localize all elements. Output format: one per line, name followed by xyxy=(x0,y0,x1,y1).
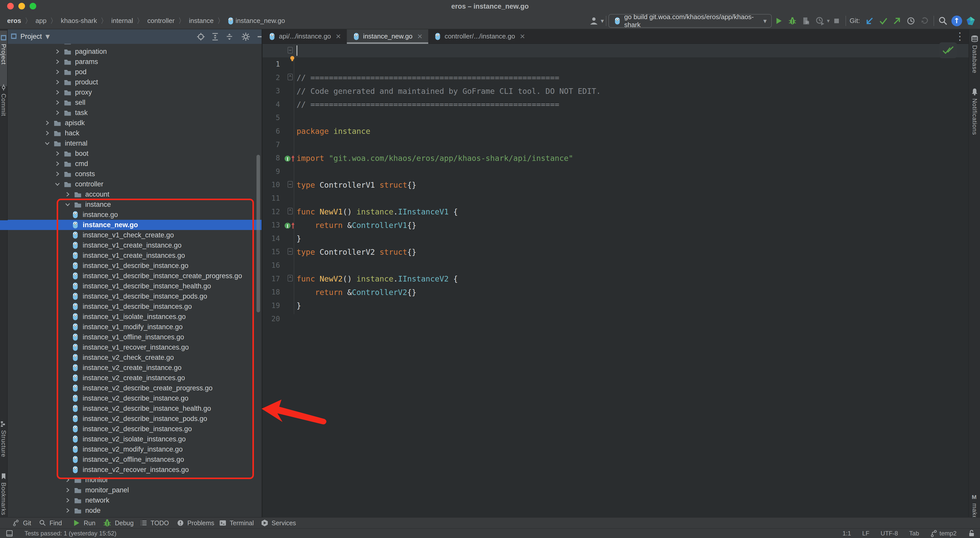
tree-row[interactable]: monitor_panel xyxy=(8,485,262,495)
toolbar-button-problems[interactable]: Problems xyxy=(177,517,215,528)
chevron-icon[interactable] xyxy=(63,476,72,484)
gear-button[interactable] xyxy=(240,31,251,42)
run-with-coverage-button[interactable] xyxy=(799,14,813,28)
toolbar-button-services[interactable]: Services xyxy=(261,517,296,528)
tree-row[interactable]: account xyxy=(8,189,262,199)
expand-all-button[interactable] xyxy=(210,31,221,42)
tree-row[interactable]: monitor xyxy=(8,475,262,485)
intention-bulb-icon[interactable] xyxy=(289,55,296,63)
chevron-icon[interactable] xyxy=(43,139,52,148)
chevron-icon[interactable] xyxy=(43,119,52,127)
tree-row[interactable]: instance_v1_create_instances.go xyxy=(8,251,262,260)
chevron-icon[interactable] xyxy=(43,129,52,137)
breadcrumb-item[interactable]: controller xyxy=(147,17,175,25)
breadcrumb-file[interactable]: instance_new.go xyxy=(235,17,285,25)
tree-row[interactable]: instance_v2_create_instance.go xyxy=(8,363,262,373)
tree-row[interactable]: instance_v2_offline_instances.go xyxy=(8,454,262,465)
chevron-icon[interactable] xyxy=(53,47,62,56)
locate-button[interactable] xyxy=(196,31,206,42)
tree-row[interactable]: internal xyxy=(8,138,262,148)
chevron-icon[interactable] xyxy=(63,506,72,515)
chevron-icon[interactable] xyxy=(53,149,62,158)
tree-row[interactable]: instance_v1_describe_instance_health.go xyxy=(8,281,262,291)
tree-row[interactable]: node xyxy=(8,44,262,46)
close-tab-icon[interactable]: ✕ xyxy=(336,33,341,40)
toolbar-button-git[interactable]: Git xyxy=(12,517,31,528)
toolbar-button-find[interactable]: Find xyxy=(39,517,62,528)
tree-row[interactable]: controller xyxy=(8,179,262,189)
chevron-icon[interactable] xyxy=(53,68,62,76)
run-button[interactable] xyxy=(772,14,786,28)
file-encoding[interactable]: UTF-8 xyxy=(881,530,898,537)
git-update-button[interactable] xyxy=(862,14,877,28)
chevron-icon[interactable] xyxy=(53,57,62,66)
toolwindow-button-project[interactable]: Project xyxy=(0,30,7,86)
tree-row[interactable]: instance_v1_isolate_instances.go xyxy=(8,311,262,322)
tree-row[interactable]: task xyxy=(8,108,262,118)
breadcrumb[interactable]: eros〉app〉khaos-shark〉internal〉controller… xyxy=(6,13,286,29)
chevron-icon[interactable] xyxy=(53,159,62,168)
tree-row[interactable]: instance_v2_describe_instances.go xyxy=(8,424,262,434)
tree-row[interactable]: instance_v1_describe_instance_create_pro… xyxy=(8,271,262,281)
fold-end-icon[interactable]: ⌃ xyxy=(288,275,293,281)
lock-icon[interactable] xyxy=(968,530,975,537)
chevron-icon[interactable] xyxy=(53,98,62,107)
run-configuration-select[interactable]: go build git.woa.com/khaos/eros/app/khao… xyxy=(608,14,772,28)
git-branch-widget[interactable]: temp2 xyxy=(930,530,956,537)
git-push-button[interactable] xyxy=(890,14,904,28)
breadcrumb-item[interactable]: eros xyxy=(7,17,21,25)
implemented-marker-icon[interactable]: I xyxy=(283,221,294,230)
plugin-button[interactable] xyxy=(964,14,977,28)
update-available-icon[interactable]: ↑ xyxy=(951,16,962,26)
minimize-button[interactable] xyxy=(255,31,262,42)
tree-row[interactable]: instance_v2_recover_instances.go xyxy=(8,465,262,475)
breadcrumb-item[interactable]: app xyxy=(35,17,46,25)
editor-tab[interactable]: controller/.../instance.go✕ xyxy=(428,29,531,43)
editor[interactable]: 1 // ===================================… xyxy=(262,44,969,517)
tree-row[interactable]: instance_v2_describe_create_progress.go xyxy=(8,383,262,393)
profiler-button[interactable] xyxy=(813,14,827,28)
tree-row[interactable]: instance_v1_describe_instance_pods.go xyxy=(8,291,262,302)
fold-start-icon[interactable]: − xyxy=(288,181,293,188)
breadcrumb-item[interactable]: instance xyxy=(189,17,213,25)
stop-button[interactable] xyxy=(830,14,843,28)
chevron-icon[interactable] xyxy=(53,170,62,178)
project-tree[interactable]: node pagination params pod product proxy… xyxy=(8,44,262,517)
tree-row[interactable]: instance_v2_check_create.go xyxy=(8,352,262,363)
toolwindow-toggle-icon[interactable] xyxy=(6,530,13,537)
history-button[interactable] xyxy=(904,14,918,28)
tree-row[interactable]: instance_v2_describe_instance_pods.go xyxy=(8,414,262,424)
chevron-icon[interactable] xyxy=(63,200,72,209)
chevron-icon[interactable] xyxy=(53,44,62,46)
toolbar-button-todo[interactable]: TODO xyxy=(140,517,169,528)
tree-row[interactable]: cmd xyxy=(8,159,262,169)
search-everywhere-button[interactable] xyxy=(936,14,950,28)
editor-tab[interactable]: api/.../instance.go✕ xyxy=(262,29,347,43)
chevron-icon[interactable] xyxy=(53,88,62,97)
tree-row[interactable]: node xyxy=(8,505,262,516)
tree-row[interactable]: proxy xyxy=(8,87,262,97)
toolwindow-button-notifications[interactable]: Notifications xyxy=(969,84,980,155)
chevron-down-icon[interactable]: ▾ xyxy=(827,17,830,24)
breadcrumb-item[interactable]: khaos-shark xyxy=(61,17,97,25)
tree-row[interactable]: pod xyxy=(8,67,262,77)
close-tab-icon[interactable]: ✕ xyxy=(520,33,525,40)
toolbar-button-run[interactable]: Run xyxy=(72,517,95,528)
tree-row[interactable]: consts xyxy=(8,169,262,179)
tree-row[interactable]: instance xyxy=(8,199,262,209)
fold-end-icon[interactable]: ⌃ xyxy=(288,74,293,80)
tree-row[interactable]: instance_v1_modify_instance.go xyxy=(8,322,262,332)
tree-row[interactable]: instance_v1_create_instance.go xyxy=(8,240,262,251)
project-panel-header[interactable]: Project ▼ xyxy=(8,29,262,44)
tree-row[interactable]: instance_v2_describe_instance_health.go xyxy=(8,403,262,414)
status-message[interactable]: Tests passed: 1 (yesterday 15:52) xyxy=(24,530,116,537)
tree-row[interactable]: instance_v1_check_create.go xyxy=(8,230,262,240)
chevron-icon[interactable] xyxy=(53,78,62,86)
tab-options-icon[interactable]: ⋮ xyxy=(955,30,965,42)
ide-update-button[interactable]: ↑ xyxy=(950,14,964,28)
toolwindow-button-database[interactable]: Database xyxy=(969,31,980,89)
caret-position[interactable]: 1:1 xyxy=(842,530,851,537)
fold-end-icon[interactable]: ⌃ xyxy=(288,208,293,214)
fold-start-icon[interactable]: − xyxy=(288,248,293,255)
tree-row[interactable]: params xyxy=(8,57,262,67)
